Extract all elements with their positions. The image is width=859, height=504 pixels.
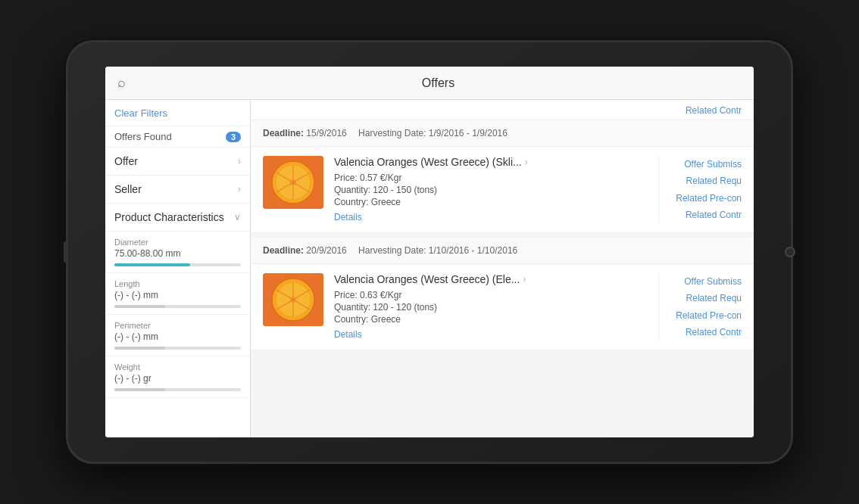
offer-2-image xyxy=(263,273,323,326)
sidebar: Clear Filters Offers Found 3 Offer › Sel… xyxy=(105,100,251,437)
offer-2-related-requ-link[interactable]: Related Requ xyxy=(686,291,742,306)
offer-2-actions: Offer Submiss Related Requ Related Pre-c… xyxy=(658,273,742,341)
offer-2-title: Valencia Oranges (West Greece) (Ele... xyxy=(334,273,520,285)
offer-2-price: Price: 0.63 €/Kgr xyxy=(334,290,658,300)
offer-1-country: Country: Greece xyxy=(334,197,658,207)
offer-1-harvesting-label: Harvesting Date: xyxy=(358,128,429,138)
weight-slider-fill xyxy=(114,388,165,391)
content-area: Clear Filters Offers Found 3 Offer › Sel… xyxy=(105,100,754,437)
offer-2-deadline-label: Deadline: xyxy=(263,245,306,256)
offer-1-related-contr-link[interactable]: Related Contr xyxy=(686,207,742,222)
offer-1-details-link[interactable]: Details xyxy=(334,212,362,222)
offer-1-submit-link[interactable]: Offer Submiss xyxy=(684,157,742,172)
offer-1-deadline-label: Deadline: xyxy=(263,128,306,138)
offer-2-deadline-value: 20/9/2016 xyxy=(306,245,346,256)
offer-1-related-requ-link[interactable]: Related Requ xyxy=(686,173,742,188)
seller-filter-row[interactable]: Seller › xyxy=(105,176,250,204)
tablet-side-button[interactable] xyxy=(64,241,68,263)
offer-card-1: Valencia Oranges (West Greece) (Skli... … xyxy=(251,147,754,233)
length-value: (-) - (-) mm xyxy=(114,290,241,300)
perimeter-filter: Perimeter (-) - (-) mm xyxy=(105,315,250,356)
length-filter: Length (-) - (-) mm xyxy=(105,273,250,315)
offer-2-related-precon-link[interactable]: Related Pre-con xyxy=(676,308,742,323)
diameter-filter: Diameter 75.00-88.00 mm xyxy=(105,232,250,273)
offer-2-title-row: Valencia Oranges (West Greece) (Ele... › xyxy=(334,273,658,285)
offer-2-country: Country: Greece xyxy=(334,314,658,325)
clear-filters-button[interactable]: Clear Filters xyxy=(114,107,167,119)
product-characteristics-chevron-icon: ∨ xyxy=(234,212,241,222)
offer-section-1: Deadline: 15/9/2016 Harvesting Date: 1/9… xyxy=(251,120,754,233)
search-icon[interactable]: ⌕ xyxy=(117,75,126,91)
offer-2-harvesting-value: 1/10/2016 - 1/10/2016 xyxy=(429,245,517,256)
tablet-frame: ⌕ Offers Clear Filters Offers Found 3 Of… xyxy=(66,40,793,464)
perimeter-label: Perimeter xyxy=(114,321,241,330)
offer-1-deadline-value: 15/9/2016 xyxy=(306,128,346,138)
offer-1-price: Price: 0.57 €/Kgr xyxy=(334,173,658,183)
offers-count-badge: 3 xyxy=(226,132,241,142)
offer-1-related-precon-link[interactable]: Related Pre-con xyxy=(676,191,742,206)
product-characteristics-label: Product Characteristics xyxy=(114,211,224,223)
weight-slider[interactable] xyxy=(114,388,241,391)
perimeter-value: (-) - (-) mm xyxy=(114,331,241,342)
offer-filter-label: Offer xyxy=(114,155,138,167)
main-content: Related Contr Deadline: 15/9/2016 Harves… xyxy=(251,100,754,437)
offer-1-image xyxy=(263,156,323,209)
offer-2-harvesting-label: Harvesting Date: xyxy=(358,245,429,256)
diameter-value: 75.00-88.00 mm xyxy=(114,248,241,259)
offer-1-details: Valencia Oranges (West Greece) (Skli... … xyxy=(334,156,658,223)
length-slider[interactable] xyxy=(114,305,241,308)
diameter-slider[interactable] xyxy=(114,263,241,266)
svg-point-14 xyxy=(290,297,296,303)
diameter-label: Diameter xyxy=(114,238,241,247)
offer-1-harvesting-value: 1/9/2016 - 1/9/2016 xyxy=(429,128,508,138)
offers-found-row: Offers Found 3 xyxy=(105,126,250,148)
offer-2-arrow-icon[interactable]: › xyxy=(523,274,526,285)
length-label: Length xyxy=(114,279,241,288)
weight-value: (-) - (-) gr xyxy=(114,373,241,384)
offer-2-quantity: Quantity: 120 - 120 (tons) xyxy=(334,302,658,313)
offer-1-quantity: Quantity: 120 - 150 (tons) xyxy=(334,185,658,195)
offer-filter-chevron-icon: › xyxy=(238,156,241,166)
weight-filter: Weight (-) - (-) gr xyxy=(105,356,250,398)
length-slider-fill xyxy=(114,305,165,308)
offer-1-actions: Offer Submiss Related Requ Related Pre-c… xyxy=(658,156,742,223)
screen: ⌕ Offers Clear Filters Offers Found 3 Of… xyxy=(105,67,754,437)
tablet-home-button[interactable] xyxy=(785,247,795,257)
perimeter-slider-fill xyxy=(114,347,165,350)
seller-filter-chevron-icon: › xyxy=(238,184,241,194)
offer-2-related-contr-link[interactable]: Related Contr xyxy=(686,325,742,340)
weight-label: Weight xyxy=(114,362,241,372)
product-characteristics-header[interactable]: Product Characteristics ∨ xyxy=(105,204,250,232)
header-title: Offers xyxy=(135,76,742,90)
offer-2-submit-link[interactable]: Offer Submiss xyxy=(684,274,742,289)
offers-found-label: Offers Found xyxy=(114,131,172,142)
header-bar: ⌕ Offers xyxy=(105,67,754,100)
perimeter-slider[interactable] xyxy=(114,347,241,350)
seller-filter-label: Seller xyxy=(114,183,142,195)
offer-card-2: Valencia Oranges (West Greece) (Ele... ›… xyxy=(251,264,754,350)
diameter-slider-fill xyxy=(114,263,190,266)
offer-2-deadline-row: Deadline: 20/9/2016 Harvesting Date: 1/1… xyxy=(251,238,754,264)
offer-2-details: Valencia Oranges (West Greece) (Ele... ›… xyxy=(334,273,658,341)
svg-point-6 xyxy=(290,179,296,185)
offer-1-arrow-icon[interactable]: › xyxy=(525,157,528,167)
sidebar-top: Clear Filters xyxy=(105,100,250,126)
offer-filter-row[interactable]: Offer › xyxy=(105,148,250,176)
offer-1-title-row: Valencia Oranges (West Greece) (Skli... … xyxy=(334,156,658,168)
related-contr-top-link[interactable]: Related Contr xyxy=(686,103,742,118)
offer-1-title: Valencia Oranges (West Greece) (Skli... xyxy=(334,156,522,168)
offer-2-details-link[interactable]: Details xyxy=(334,329,362,340)
offer-section-2: Deadline: 20/9/2016 Harvesting Date: 1/1… xyxy=(251,238,754,350)
offer-1-deadline-row: Deadline: 15/9/2016 Harvesting Date: 1/9… xyxy=(251,120,754,147)
